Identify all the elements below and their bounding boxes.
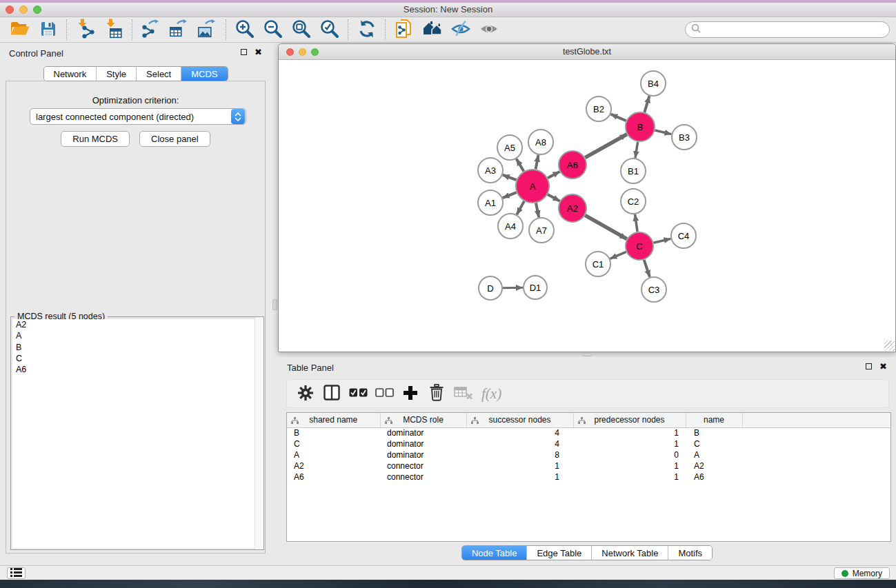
graph-edge-A-A1[interactable] (503, 192, 517, 198)
splitter-handle[interactable] (272, 299, 277, 310)
import-table-button[interactable] (99, 18, 128, 41)
zoom-fit-button[interactable] (287, 18, 315, 41)
tab-node-table[interactable]: Node Table (462, 546, 527, 560)
horizontal-splitter[interactable] (278, 352, 896, 357)
delete-table-button[interactable] (450, 382, 476, 405)
graph-node-A1[interactable]: A1 (478, 190, 503, 215)
node-table-row[interactable]: Cdominator41C (287, 438, 890, 449)
graph-edge-C-C4[interactable] (653, 239, 670, 243)
mcds-result-item[interactable]: A (12, 330, 262, 341)
float-table-panel-icon[interactable] (866, 363, 872, 369)
node-table-row[interactable]: Adominator80A (287, 449, 890, 460)
graph-node-A6[interactable]: A6 (559, 151, 586, 179)
mcds-result-item[interactable]: A2 (12, 319, 262, 330)
tab-mcds[interactable]: MCDS (181, 67, 227, 81)
add-column-button[interactable] (397, 382, 424, 405)
graph-node-C4[interactable]: C4 (671, 223, 696, 248)
column-visibility-button[interactable] (319, 382, 345, 405)
graph-node-C1[interactable]: C1 (586, 252, 610, 276)
column-header-MCDS-role[interactable]: MCDS role (380, 413, 466, 427)
graph-node-B3[interactable]: B3 (672, 125, 697, 150)
node-table-row[interactable]: A6connector11A6 (287, 472, 890, 483)
graph-node-D1[interactable]: D1 (524, 276, 547, 299)
graph-edge-A-A3[interactable] (503, 175, 517, 180)
graph-node-D[interactable]: D (479, 276, 502, 300)
zoom-window-button[interactable] (33, 6, 41, 14)
graph-edge-A-A2[interactable] (548, 194, 560, 201)
export-table-button[interactable] (165, 18, 193, 41)
zoom-out-button[interactable] (259, 18, 287, 41)
graph-node-B4[interactable]: B4 (641, 71, 666, 96)
float-panel-icon[interactable] (241, 49, 247, 55)
mcds-result-item[interactable]: A6 (12, 364, 262, 375)
open-session-button[interactable] (6, 18, 34, 41)
table-settings-button[interactable] (292, 382, 319, 405)
new-network-from-selection-button[interactable] (390, 18, 418, 41)
graph-node-C2[interactable]: C2 (621, 189, 646, 214)
graph-node-A5[interactable]: A5 (497, 135, 522, 160)
graph-edge-A-A4[interactable] (517, 201, 524, 214)
close-panel-button[interactable]: Close panel (139, 131, 210, 147)
run-mcds-button[interactable]: Run MCDS (61, 131, 130, 147)
refresh-button[interactable] (352, 18, 381, 41)
graph-node-A3[interactable]: A3 (478, 158, 503, 183)
tab-network-table[interactable]: Network Table (591, 546, 668, 560)
export-network-button[interactable] (137, 18, 165, 41)
zoom-selected-button[interactable] (315, 18, 344, 41)
graph-edge-B-B3[interactable] (655, 130, 671, 134)
minimize-window-button[interactable] (19, 6, 28, 14)
column-header-successor-nodes[interactable]: successor nodes (466, 413, 573, 427)
save-session-button[interactable] (34, 18, 62, 41)
node-table-row[interactable]: Bdominator41B (287, 427, 890, 438)
graph-edge-C-C1[interactable] (610, 252, 626, 258)
column-header-name[interactable]: name (686, 413, 742, 427)
delete-column-button[interactable] (424, 382, 450, 405)
horizontal-splitter-handle[interactable] (583, 353, 592, 356)
select-all-rows-button[interactable] (345, 382, 371, 405)
network-minimize-button[interactable] (299, 48, 306, 56)
hide-panels-button[interactable] (446, 18, 475, 41)
function-builder-button[interactable]: f(x) (481, 385, 501, 403)
graph-node-B2[interactable]: B2 (586, 97, 611, 121)
show-panels-button[interactable] (475, 18, 503, 41)
graph-node-A8[interactable]: A8 (528, 130, 553, 154)
graph-edge-A-A5[interactable] (517, 159, 524, 171)
resize-grip-icon[interactable] (884, 341, 895, 351)
graph-edge-B-B4[interactable] (644, 96, 649, 112)
close-table-panel-icon[interactable]: ✖ (879, 363, 887, 369)
tab-style[interactable]: Style (96, 67, 136, 81)
graph-edge-A-A7[interactable] (536, 203, 539, 217)
node-table-row[interactable]: A2connector11A2 (287, 460, 890, 472)
mcds-result-item[interactable]: C (12, 353, 262, 364)
memory-button[interactable]: Memory (834, 567, 890, 579)
graph-node-A4[interactable]: A4 (498, 214, 523, 239)
deselect-all-rows-button[interactable] (371, 382, 397, 405)
network-window-titlebar[interactable]: testGlobe.txt (279, 44, 895, 60)
task-history-button[interactable] (7, 567, 26, 579)
graph-edge-A-A6[interactable] (548, 172, 559, 178)
graph-edge-B-B1[interactable] (635, 142, 638, 158)
graph-edge-A6-B[interactable] (585, 134, 627, 158)
zoom-in-button[interactable] (230, 18, 259, 41)
graph-node-A2[interactable]: A2 (559, 194, 586, 222)
graph-node-B[interactable]: B (626, 112, 655, 141)
graph-edge-A-A8[interactable] (536, 155, 539, 170)
home-button[interactable] (418, 18, 446, 41)
column-header-predecessor-nodes[interactable]: predecessor nodes (573, 413, 686, 427)
mcds-result-item[interactable]: B (12, 342, 262, 353)
graph-node-B1[interactable]: B1 (621, 159, 646, 183)
network-close-button[interactable] (286, 48, 294, 56)
import-network-button[interactable] (71, 18, 99, 41)
network-zoom-button[interactable] (311, 48, 319, 56)
search-input[interactable] (704, 25, 884, 35)
graph-node-A[interactable]: A (516, 170, 549, 203)
graph-edge-C-C3[interactable] (644, 260, 650, 277)
graph-edge-B-B2[interactable] (610, 114, 626, 121)
graph-edge-C-C2[interactable] (635, 214, 638, 232)
tab-motifs[interactable]: Motifs (668, 546, 712, 560)
close-window-button[interactable] (6, 6, 14, 14)
close-panel-icon[interactable]: ✖ (255, 49, 262, 55)
graph-node-C[interactable]: C (626, 232, 653, 260)
mcds-result-scrollbar[interactable] (255, 317, 263, 549)
optimization-criterion-select[interactable]: largest connected component (directed) (30, 108, 246, 125)
